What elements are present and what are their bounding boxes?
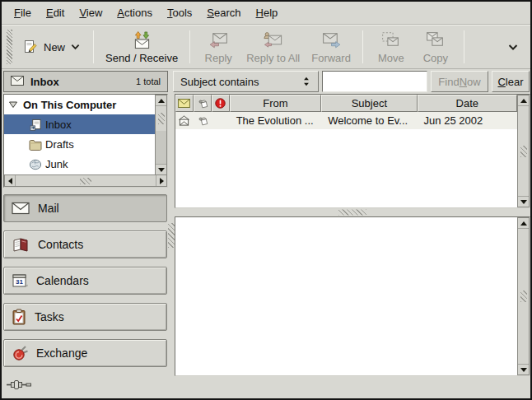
chevron-down-icon [71, 44, 80, 50]
envelope-outline-icon [11, 76, 24, 86]
reply-icon [208, 30, 230, 49]
date-cell: Jun 25 2002 [418, 114, 517, 127]
folder-count: 1 total [136, 77, 161, 86]
menu-actions[interactable]: Actions [110, 2, 160, 23]
column-header-from[interactable]: From [230, 95, 321, 112]
inbox-folder-icon [29, 119, 42, 131]
switcher-button-label: Mail [38, 202, 59, 215]
tree-item-label: Drafts [45, 138, 74, 151]
message-list-pane: FromSubjectDate The Evolution ...Welcome… [175, 94, 530, 208]
chevron-down-icon [508, 44, 518, 51]
menu-help[interactable]: Help [249, 2, 286, 23]
switcher-exchange-button[interactable]: Exchange [3, 339, 167, 367]
toolbar-drag-handle[interactable] [7, 30, 12, 64]
toolbar-button-label: Move [378, 52, 404, 64]
folder-tree-horizontal-scrollbar[interactable] [4, 174, 167, 187]
new-button[interactable]: New [16, 36, 87, 58]
tree-item-label: Inbox [45, 119, 72, 131]
tree-row-junk[interactable]: Junk [4, 154, 155, 174]
move-button[interactable]: Move [369, 29, 413, 66]
forward-icon [320, 30, 343, 49]
toolbar-separator [93, 30, 94, 63]
switcher-tasks-button[interactable]: Tasks [3, 303, 167, 331]
preview-pane [175, 216, 530, 376]
tree-row-on-this-computer[interactable]: On This Computer [4, 95, 155, 114]
message-row[interactable]: The Evolution ...Welcome to Ev...Jun 25 … [175, 112, 517, 129]
search-filter-dropdown[interactable]: Subject contains [173, 71, 319, 92]
online-status-icon[interactable] [7, 379, 31, 390]
scroll-down-button[interactable] [518, 364, 529, 374]
scrollbar-thumb[interactable] [518, 106, 529, 196]
junk-folder-icon [29, 158, 42, 170]
reply-all-icon [262, 30, 284, 49]
switcher-button-label: Tasks [35, 310, 64, 323]
message-status-cell [175, 115, 194, 126]
important-icon [215, 98, 226, 109]
tree-row-drafts[interactable]: Drafts [4, 134, 155, 154]
send-receive-icon [131, 30, 153, 49]
menu-view[interactable]: View [72, 2, 110, 23]
menu-file[interactable]: File [7, 2, 39, 23]
switcher-button-label: Calendars [36, 274, 89, 287]
scrollbar-thumb[interactable] [156, 106, 166, 131]
reply-button[interactable]: Reply [196, 29, 240, 66]
folder-header: Inbox 1 total [3, 71, 168, 92]
scroll-down-button[interactable] [518, 196, 529, 207]
folder-tree-vertical-scrollbar[interactable] [155, 95, 167, 175]
message-status-icon [178, 99, 190, 108]
folder-title: Inbox [30, 76, 59, 88]
copy-button[interactable]: Copy [413, 29, 458, 66]
find-now-button[interactable]: Find Now [431, 71, 488, 92]
column-header-message-status-icon[interactable] [175, 95, 194, 112]
dropdown-arrows-icon [303, 77, 311, 86]
column-header-important-icon[interactable] [212, 95, 230, 112]
menu-search[interactable]: Search [199, 2, 248, 23]
column-header-label: Subject [352, 97, 387, 109]
horizontal-splitter[interactable] [175, 208, 530, 216]
exchange-tab-icon [12, 345, 28, 361]
svg-text:31: 31 [16, 278, 23, 286]
scroll-up-button[interactable] [156, 95, 166, 106]
folder-tree-rows: On This ComputerInboxDraftsJunk [4, 95, 155, 174]
column-header-subject[interactable]: Subject [321, 95, 417, 112]
toolbar-separator [464, 30, 464, 63]
scrollbar-thumb[interactable] [16, 175, 156, 186]
scrollbar-track[interactable] [156, 131, 166, 164]
tree-row-inbox[interactable]: Inbox [4, 114, 155, 134]
scroll-up-button[interactable] [518, 95, 529, 106]
scrollbar-thumb[interactable] [518, 229, 529, 364]
toolbar-button-label: Forward [311, 52, 351, 64]
switcher-button-label: Exchange [36, 347, 87, 360]
send-receive-button[interactable]: Send / Receive [100, 29, 184, 66]
folder-tree: On This ComputerInboxDraftsJunk [3, 94, 168, 188]
switcher-mail-button[interactable]: Mail [3, 194, 167, 222]
preview-pane-scrollbar[interactable] [517, 217, 530, 375]
attachment-icon [197, 99, 208, 109]
tree-item-label: Junk [45, 158, 68, 170]
menu-edit[interactable]: Edit [39, 2, 72, 23]
toolbar-button-label: New [44, 41, 65, 53]
toolbar-overflow-button[interactable] [505, 38, 521, 57]
search-input[interactable] [323, 72, 427, 91]
scroll-right-button[interactable] [156, 175, 166, 186]
move-icon [380, 30, 402, 49]
toolbar-separator [362, 30, 363, 63]
clear-button[interactable]: Clear [492, 71, 530, 92]
forward-button[interactable]: Forward [306, 29, 357, 66]
menu-bar: FileEditViewActionsToolsSearchHelp [2, 2, 530, 25]
reply-to-all-button[interactable]: Reply to All [240, 29, 306, 66]
column-header-date[interactable]: Date [418, 95, 517, 112]
column-header-label: Date [456, 97, 478, 109]
switcher-button-label: Contacts [38, 238, 83, 251]
switcher-calendars-button[interactable]: 31Calendars [3, 267, 167, 295]
vertical-splitter[interactable] [168, 94, 175, 377]
subject-cell: Welcome to Ev... [321, 114, 417, 127]
scroll-up-button[interactable] [518, 218, 529, 229]
column-header-attachment-icon[interactable] [194, 95, 212, 112]
message-list-scrollbar[interactable] [517, 95, 530, 207]
toolbar-button-label: Copy [423, 52, 448, 64]
scroll-down-button[interactable] [156, 164, 166, 174]
switcher-contacts-button[interactable]: Contacts [3, 230, 167, 258]
menu-tools[interactable]: Tools [160, 2, 199, 23]
scroll-left-button[interactable] [5, 175, 16, 186]
